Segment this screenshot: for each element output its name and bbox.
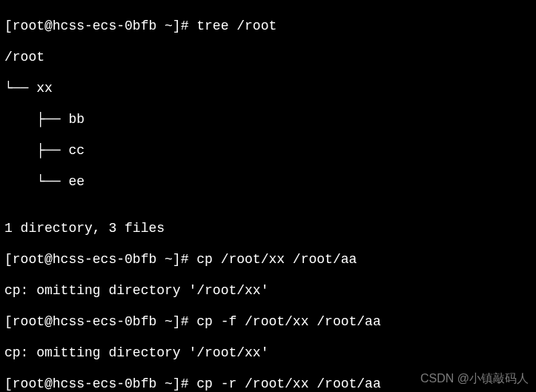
command-text: tree /root [196,19,277,33]
command-line[interactable]: [root@hcss-ecs-0bfb ~]# tree /root [4,19,532,34]
tree-output: └── xx [4,81,532,96]
command-text: cp /root/xx /root/aa [196,252,357,267]
shell-prompt: [root@hcss-ecs-0bfb ~]# [4,376,196,391]
command-line[interactable]: [root@hcss-ecs-0bfb ~]# cp /root/xx /roo… [4,252,532,268]
tree-output: ├── cc [4,143,532,159]
tree-summary: 1 directory, 3 files [4,221,532,236]
tree-output: /root [4,50,532,65]
command-line[interactable]: [root@hcss-ecs-0bfb ~]# cp -r /root/xx /… [4,376,532,392]
terminal-window[interactable]: [root@hcss-ecs-0bfb ~]# tree /root /root… [0,0,536,392]
command-line[interactable]: [root@hcss-ecs-0bfb ~]# cp -f /root/xx /… [4,314,532,330]
shell-prompt: [root@hcss-ecs-0bfb ~]# [4,19,196,33]
shell-prompt: [root@hcss-ecs-0bfb ~]# [4,252,196,267]
error-output: cp: omitting directory '/root/xx' [4,345,532,361]
tree-output: ├── bb [4,112,532,127]
error-output: cp: omitting directory '/root/xx' [4,283,532,299]
command-text: cp -r /root/xx /root/aa [196,376,380,391]
shell-prompt: [root@hcss-ecs-0bfb ~]# [4,314,196,329]
command-text: cp -f /root/xx /root/aa [196,314,380,329]
tree-output: └── ee [4,174,532,190]
